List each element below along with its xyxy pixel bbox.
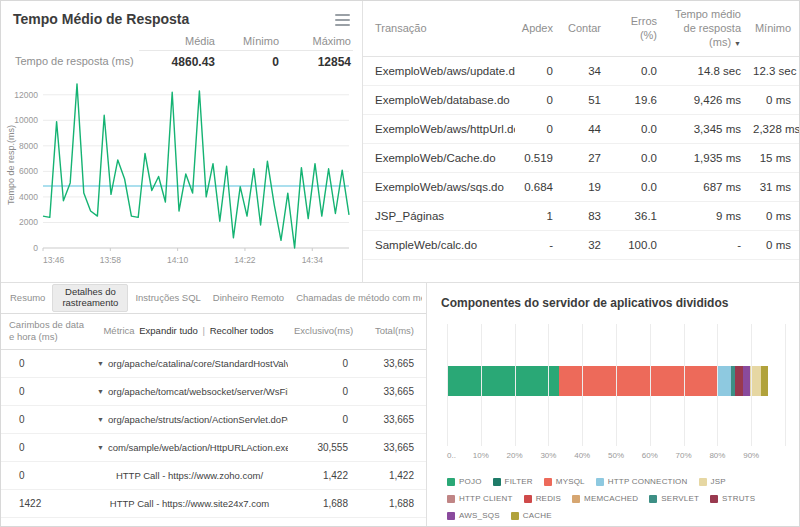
transaction-name[interactable]: SampleWeb/calc.do [363,231,515,260]
column-header-transacao[interactable]: Transação [363,1,515,57]
legend-swatch-icon [699,478,707,486]
legend-item-aws-sqs[interactable]: AWS_SQS [447,511,500,520]
hamburger-menu-icon[interactable] [335,11,350,29]
axis-tick-label: 10% [473,451,489,460]
transaction-row[interactable]: ExemploWeb/aws/update.do0340.014.8 sec12… [363,57,800,86]
tab-chamadas-de-metodo[interactable]: Chamadas de método com menos de 10 ms... [291,291,422,306]
axis-tick-label: 0.. [447,451,456,460]
legend-item-memcached[interactable]: MEMCACHED [572,494,638,503]
transaction-name[interactable]: ExemploWeb/aws/sqs.do [363,173,515,202]
legend-item-pojo[interactable]: POJO [447,477,482,486]
column-header-metrica: Métrica Expandir tudo | Recolher todos [91,314,288,349]
tab-resumo[interactable]: Resumo [5,291,50,306]
trace-total-value: 33,665 [354,377,426,405]
transaction-name[interactable]: ExemploWeb/database.do [363,86,515,115]
apdex-value: 0.519 [515,144,559,173]
legend-item-filter[interactable]: FILTER [493,477,533,486]
expand-all-link[interactable]: Expandir tudo [139,325,198,336]
column-header-exclusivo[interactable]: Exclusivo(ms) [288,314,354,349]
trace-metric-label[interactable]: HTTP Call - https://www.zoho.com/ [116,470,263,481]
column-header-total[interactable]: Total(ms) [354,314,426,349]
transaction-name[interactable]: ExemploWeb/aws/httpUrl.do [363,115,515,144]
trace-row[interactable]: 0▼org/apache/struts/action/ActionServlet… [1,405,426,433]
column-header-apdex[interactable]: Apdex [515,1,559,57]
column-header-erros[interactable]: Erros (%) [607,1,663,57]
trace-row[interactable]: 0▼com/sample/web/action/HttpURLAction.ex… [1,433,426,461]
legend-item-jsp[interactable]: JSP [699,477,726,486]
legend-item-struts[interactable]: STRUTS [710,494,755,503]
transaction-name[interactable]: ExemploWeb/aws/update.do [363,57,515,86]
legend-item-http-client[interactable]: HTTP CLIENT [447,494,513,503]
response-stats: Média Mínimo Máximo Tempo de resposta (m… [1,31,362,72]
errors-value: 36.1 [607,202,663,231]
trace-row[interactable]: 0HTTP Call - https://www.zoho.com/1,4221… [1,461,426,489]
column-header-tempo-medio[interactable]: Tempo médio de resposta (ms)▼ [663,1,747,57]
column-header-minimo[interactable]: Mínimo [747,1,800,57]
transaction-name[interactable]: ExemploWeb/Cache.do [363,144,515,173]
transaction-row[interactable]: SampleWeb/calc.do-32100.0-0 ms [363,231,800,260]
stat-value-media: 4860.43 [139,51,217,72]
trace-exclusive-value: 30,555 [288,433,354,461]
trace-timestamp: 1422 [1,489,91,517]
legend-label: CACHE [523,511,552,520]
transaction-row[interactable]: ExemploWeb/aws/sqs.do0.684190.0687 ms31 … [363,173,800,202]
bar-segment-struts[interactable] [735,366,743,396]
trace-total-value: 33,665 [354,349,426,377]
bar-segment-cache[interactable] [761,366,768,396]
components-panel: Componentes do servidor de aplicativos d… [426,283,800,527]
axis-tick-label: 70% [676,451,692,460]
transaction-row[interactable]: ExemploWeb/Cache.do0.519270.01,935 ms15 … [363,144,800,173]
tab-dinheiro-remoto[interactable]: Dinheiro Remoto [208,291,289,306]
collapse-arrow-icon[interactable]: ▼ [97,444,104,451]
trace-exclusive-value: 0 [288,377,354,405]
collapse-arrow-icon[interactable]: ▼ [97,388,104,395]
gridline [785,324,786,446]
collapse-arrow-icon[interactable]: ▼ [97,360,104,367]
errors-value: 19.6 [607,86,663,115]
trace-metric-label[interactable]: org/apache/tomcat/websocket/server/WsFil… [108,386,288,397]
trace-metric-cell: HTTP Call - https://www.site24x7.com [91,489,288,517]
legend-label: MEMCACHED [584,494,638,503]
legend-swatch-icon [710,495,718,503]
avg-response-value: 9 ms [663,202,747,231]
bar-segment-pojo[interactable] [447,366,559,396]
trace-row[interactable]: 1422HTTP Call - https://www.site24x7.com… [1,489,426,517]
legend-label: POJO [459,477,482,486]
trace-metric-label[interactable]: org/apache/catalina/core/StandardHostVal… [108,358,288,369]
components-legend: POJOFILTERMYSQLHTTP CONNECTIONJSPHTTP CL… [447,477,795,520]
tempo-medio-label: Tempo médio de resposta (ms) [675,8,741,48]
legend-item-mysql[interactable]: MYSQL [544,477,585,486]
transaction-name[interactable]: JSP_Páginas [363,202,515,231]
svg-text:2000: 2000 [19,217,38,227]
legend-item-cache[interactable]: CACHE [511,511,552,520]
column-header-contar[interactable]: Contar [559,1,607,57]
transaction-row[interactable]: JSP_Páginas18336.19 ms0 ms [363,202,800,231]
transaction-row[interactable]: ExemploWeb/database.do05119.69,426 ms0 m… [363,86,800,115]
gridline [481,324,482,446]
bar-segment-http-connection[interactable] [717,366,731,396]
collapse-all-link[interactable]: Recolher todos [210,325,274,336]
trace-table: Carimbos de data e hora (ms) Métrica Exp… [1,314,426,518]
legend-item-http-connection[interactable]: HTTP CONNECTION [596,477,688,486]
legend-swatch-icon [596,478,604,486]
legend-label: SERVLET [661,494,699,503]
svg-text:13:46: 13:46 [43,255,65,265]
tab-detalhes-do-rastreamento[interactable]: Detalhes do rastreamento [52,284,128,312]
svg-text:6000: 6000 [19,166,38,176]
legend-item-servlet[interactable]: SERVLET [649,494,699,503]
transaction-row[interactable]: ExemploWeb/aws/httpUrl.do0440.03,345 ms2… [363,115,800,144]
trace-metric-label[interactable]: HTTP Call - https://www.site24x7.com [110,498,269,509]
trace-metric-label[interactable]: com/sample/web/action/HttpURLAction.exec… [108,442,288,453]
tab-instrucoes-sql[interactable]: Instruções SQL [130,291,205,306]
line-chart: 02000400060008000100001200013:4613:5814:… [1,74,357,270]
trace-metric-label[interactable]: org/apache/struts/action/ActionServlet.d… [108,414,288,425]
trace-row[interactable]: 0▼org/apache/tomcat/websocket/server/WsF… [1,377,426,405]
bar-segment-aws-sqs[interactable] [743,366,751,396]
legend-item-redis[interactable]: REDIS [524,494,561,503]
collapse-arrow-icon[interactable]: ▼ [97,416,104,423]
svg-text:10000: 10000 [14,115,38,125]
trace-row[interactable]: 0▼org/apache/catalina/core/StandardHostV… [1,349,426,377]
apdex-value: - [515,231,559,260]
apdex-value: 0 [515,86,559,115]
axis-tick-label: 50% [608,451,624,460]
